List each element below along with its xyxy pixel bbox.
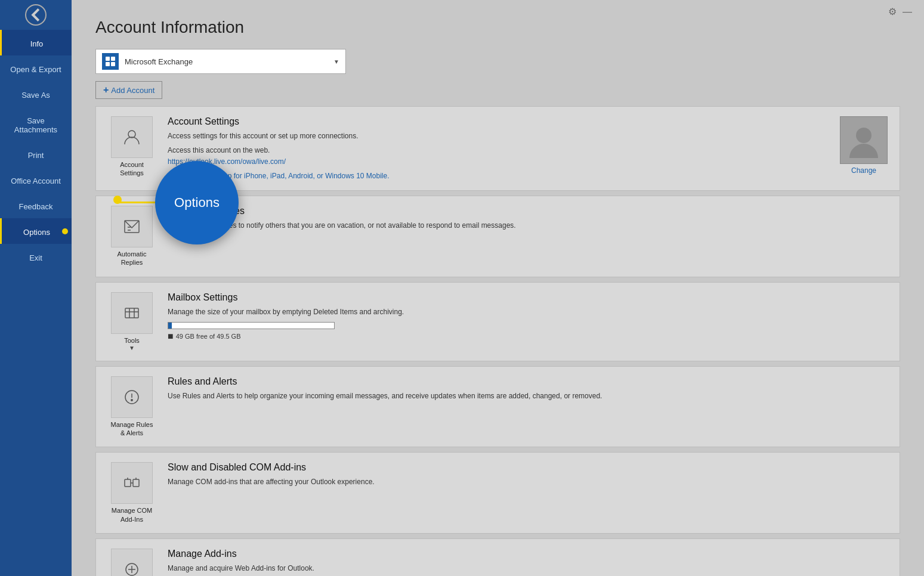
options-circle: Options	[155, 161, 239, 244]
account-settings-title: Account Settings	[168, 116, 828, 127]
sidebar-item-save-as[interactable]: Save As	[0, 81, 72, 107]
com-addins-desc: Manage COM add-ins that are affecting yo…	[168, 476, 888, 487]
avatar-area: Change	[840, 116, 888, 175]
settings-icon-button[interactable]: ⚙	[888, 6, 897, 17]
storage-bar-outer	[168, 322, 335, 329]
minimize-icon: —	[903, 7, 912, 17]
svg-rect-17	[133, 479, 139, 487]
sidebar-item-info[interactable]: Info	[0, 30, 72, 55]
rules-alerts-title: Rules and Alerts	[168, 376, 888, 387]
rules-alerts-content: Rules and Alerts Use Rules and Alerts to…	[168, 376, 888, 401]
rules-alerts-icon-label: Manage Rules & Alerts	[108, 420, 156, 438]
storage-bar-container: ■ 49 GB free of 49.5 GB	[168, 322, 335, 341]
back-button[interactable]	[0, 0, 72, 30]
account-name: Microsoft Exchange	[125, 57, 333, 66]
manage-addins-content: Manage Add-ins Manage and acquire Web Ad…	[168, 549, 888, 574]
storage-free-text: 49 GB free of 49.5 GB	[176, 333, 241, 340]
storage-bullet-icon: ■	[168, 332, 174, 341]
com-addins-content: Slow and Disabled COM Add-ins Manage COM…	[168, 462, 888, 487]
rules-alerts-icon-area: Manage Rules & Alerts	[108, 376, 156, 438]
automatic-replies-icon-box[interactable]	[111, 206, 153, 247]
com-addins-title: Slow and Disabled COM Add-ins	[168, 462, 888, 473]
mailbox-settings-content: Mailbox Settings Manage the size of your…	[168, 292, 888, 341]
chevron-down-icon: ▼	[333, 58, 339, 65]
automatic-replies-desc: Use automatic replies to notify others t…	[168, 220, 888, 231]
mailbox-settings-desc: Manage the size of your mailbox by empty…	[168, 306, 888, 317]
automatic-replies-icon-label: Automatic Replies	[108, 250, 156, 267]
rules-alerts-icon-box[interactable]	[111, 376, 153, 418]
mailbox-settings-card: Tools ▼ Mailbox Settings Manage the size…	[95, 282, 900, 361]
automatic-replies-title: Automatic Replies	[168, 206, 888, 216]
svg-rect-1	[111, 57, 115, 61]
mailbox-settings-icon-box[interactable]	[111, 292, 153, 334]
manage-addins-card: Manage Add-ins Manage Add-ins Manage and…	[95, 538, 900, 576]
avatar	[840, 116, 888, 164]
account-settings-sub-desc: Access this account on the web.	[168, 145, 828, 156]
com-addins-icon-area: Manage COM Add-Ins	[108, 462, 156, 524]
sidebar-item-feedback[interactable]: Feedback	[0, 193, 72, 218]
svg-rect-9	[125, 308, 138, 318]
options-overlay: Options	[155, 161, 239, 244]
storage-label: ■ 49 GB free of 49.5 GB	[168, 332, 335, 341]
add-account-label: Add Account	[111, 86, 154, 95]
sidebar-item-open-export[interactable]: Open & Export	[0, 55, 72, 81]
mailbox-settings-title: Mailbox Settings	[168, 292, 888, 303]
settings-icon: ⚙	[888, 7, 897, 17]
svg-point-15	[131, 400, 132, 401]
manage-addins-desc: Manage and acquire Web Add-ins for Outlo…	[168, 563, 888, 574]
account-settings-icon-label: Account Settings	[108, 160, 156, 178]
com-addins-card: Manage COM Add-Ins Slow and Disabled COM…	[95, 452, 900, 534]
storage-bar-inner	[168, 323, 172, 329]
mailbox-settings-icon-area: Tools ▼	[108, 292, 156, 351]
com-addins-icon-label: Manage COM Add-Ins	[108, 506, 156, 524]
svg-point-5	[856, 128, 872, 143]
automatic-replies-content: Automatic Replies Use automatic replies …	[168, 206, 888, 231]
svg-rect-16	[125, 479, 131, 487]
change-avatar-link[interactable]: Change	[851, 166, 876, 175]
page-title: Account Information	[95, 18, 900, 37]
sidebar: Info Open & Export Save As Save Attachme…	[0, 0, 72, 576]
manage-addins-title: Manage Add-ins	[168, 549, 888, 559]
main-content: ⚙ — Account Information Microsoft Exchan…	[72, 0, 924, 576]
automatic-replies-icon-area: Automatic Replies	[108, 206, 156, 267]
add-account-button[interactable]: + Add Account	[95, 81, 162, 99]
account-settings-content: Account Settings Access settings for thi…	[168, 116, 828, 181]
sidebar-item-print[interactable]: Print	[0, 141, 72, 167]
account-icon	[102, 53, 119, 70]
svg-rect-0	[106, 57, 110, 61]
rules-alerts-card: Manage Rules & Alerts Rules and Alerts U…	[95, 366, 900, 448]
topbar-icons: ⚙ —	[888, 6, 912, 17]
account-settings-icon-box[interactable]	[111, 116, 153, 158]
account-selector-row: Microsoft Exchange ▼	[95, 49, 900, 74]
sidebar-item-save-attachments[interactable]: Save Attachments	[0, 107, 72, 141]
manage-addins-icon-area: Manage Add-ins	[108, 549, 156, 576]
svg-rect-3	[111, 62, 115, 66]
account-dropdown[interactable]: Microsoft Exchange ▼	[95, 49, 346, 74]
svg-rect-2	[106, 62, 110, 66]
account-settings-desc: Access settings for this account or set …	[168, 131, 828, 141]
manage-addins-icon-box[interactable]	[111, 549, 153, 576]
sidebar-item-office-account[interactable]: Office Account	[0, 167, 72, 193]
options-circle-label: Options	[174, 195, 220, 210]
svg-point-4	[128, 131, 135, 138]
sidebar-item-exit[interactable]: Exit	[0, 244, 72, 270]
rules-alerts-desc: Use Rules and Alerts to help organize yo…	[168, 391, 888, 401]
com-addins-icon-box[interactable]	[111, 462, 153, 504]
minimize-button[interactable]: —	[903, 7, 912, 17]
sidebar-item-options[interactable]: Options	[0, 218, 72, 244]
mailbox-settings-icon-label: Tools	[124, 336, 140, 345]
plus-icon: +	[103, 85, 109, 95]
account-settings-icon-area: Account Settings	[108, 116, 156, 178]
